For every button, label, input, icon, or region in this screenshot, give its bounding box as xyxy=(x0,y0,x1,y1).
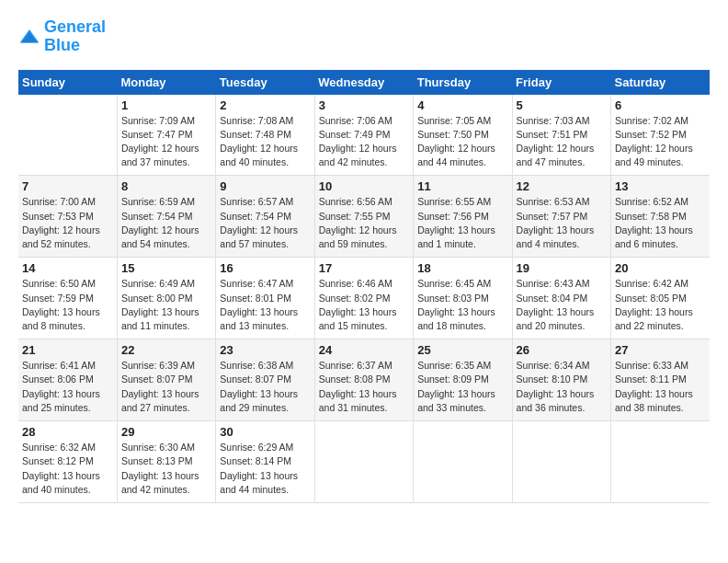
calendar-cell: 19Sunrise: 6:43 AM Sunset: 8:04 PM Dayli… xyxy=(512,258,610,339)
day-number: 23 xyxy=(220,343,310,357)
calendar-cell: 6Sunrise: 7:02 AM Sunset: 7:52 PM Daylig… xyxy=(611,95,710,176)
weekday-header: Thursday xyxy=(414,70,512,95)
day-number: 24 xyxy=(319,343,409,357)
day-info: Sunrise: 7:08 AM Sunset: 7:48 PM Dayligh… xyxy=(220,114,310,170)
day-info: Sunrise: 6:42 AM Sunset: 8:05 PM Dayligh… xyxy=(615,277,706,333)
day-number: 30 xyxy=(220,425,310,439)
day-number: 22 xyxy=(121,343,211,357)
calendar-cell: 22Sunrise: 6:39 AM Sunset: 8:07 PM Dayli… xyxy=(117,339,215,421)
day-number: 13 xyxy=(615,179,706,193)
day-number: 10 xyxy=(319,179,409,193)
day-info: Sunrise: 6:56 AM Sunset: 7:55 PM Dayligh… xyxy=(319,195,409,251)
day-info: Sunrise: 6:57 AM Sunset: 7:54 PM Dayligh… xyxy=(220,195,310,251)
weekday-header: Monday xyxy=(117,70,215,95)
day-info: Sunrise: 6:30 AM Sunset: 8:13 PM Dayligh… xyxy=(121,441,211,497)
calendar-table: SundayMondayTuesdayWednesdayThursdayFrid… xyxy=(18,70,710,503)
calendar-header-row: SundayMondayTuesdayWednesdayThursdayFrid… xyxy=(18,70,710,95)
calendar-cell: 21Sunrise: 6:41 AM Sunset: 8:06 PM Dayli… xyxy=(18,339,117,421)
day-number: 7 xyxy=(22,179,113,193)
calendar-cell: 23Sunrise: 6:38 AM Sunset: 8:07 PM Dayli… xyxy=(216,339,314,421)
calendar-cell: 11Sunrise: 6:55 AM Sunset: 7:56 PM Dayli… xyxy=(414,176,512,258)
calendar-cell xyxy=(314,421,413,503)
weekday-header: Wednesday xyxy=(314,70,413,95)
calendar-cell: 26Sunrise: 6:34 AM Sunset: 8:10 PM Dayli… xyxy=(512,339,610,421)
day-number: 21 xyxy=(22,343,113,357)
day-number: 12 xyxy=(517,179,607,193)
day-number: 28 xyxy=(22,425,113,439)
day-info: Sunrise: 6:45 AM Sunset: 8:03 PM Dayligh… xyxy=(417,277,507,333)
day-number: 29 xyxy=(121,425,211,439)
weekday-header: Saturday xyxy=(611,70,710,95)
day-info: Sunrise: 6:47 AM Sunset: 8:01 PM Dayligh… xyxy=(220,277,310,333)
day-info: Sunrise: 6:38 AM Sunset: 8:07 PM Dayligh… xyxy=(220,359,310,415)
day-info: Sunrise: 7:00 AM Sunset: 7:53 PM Dayligh… xyxy=(22,195,113,251)
calendar-cell: 8Sunrise: 6:59 AM Sunset: 7:54 PM Daylig… xyxy=(117,176,215,258)
day-info: Sunrise: 7:09 AM Sunset: 7:47 PM Dayligh… xyxy=(121,114,211,170)
day-number: 18 xyxy=(417,261,507,275)
calendar-cell: 18Sunrise: 6:45 AM Sunset: 8:03 PM Dayli… xyxy=(414,258,512,339)
calendar-cell: 15Sunrise: 6:49 AM Sunset: 8:00 PM Dayli… xyxy=(117,258,215,339)
day-info: Sunrise: 6:37 AM Sunset: 8:08 PM Dayligh… xyxy=(319,359,409,415)
day-info: Sunrise: 6:33 AM Sunset: 8:11 PM Dayligh… xyxy=(615,359,706,415)
day-info: Sunrise: 6:39 AM Sunset: 8:07 PM Dayligh… xyxy=(121,359,211,415)
weekday-header: Friday xyxy=(512,70,610,95)
day-number: 8 xyxy=(121,179,211,193)
day-number: 16 xyxy=(220,261,310,275)
calendar-cell: 4Sunrise: 7:05 AM Sunset: 7:50 PM Daylig… xyxy=(414,95,512,176)
day-info: Sunrise: 6:41 AM Sunset: 8:06 PM Dayligh… xyxy=(22,359,113,415)
calendar-cell: 12Sunrise: 6:53 AM Sunset: 7:57 PM Dayli… xyxy=(512,176,610,258)
day-number: 11 xyxy=(417,179,507,193)
day-number: 5 xyxy=(517,98,607,112)
logo-text: GeneralBlue xyxy=(44,18,106,55)
day-number: 19 xyxy=(517,261,607,275)
day-info: Sunrise: 6:43 AM Sunset: 8:04 PM Dayligh… xyxy=(517,277,607,333)
day-info: Sunrise: 6:46 AM Sunset: 8:02 PM Dayligh… xyxy=(319,277,409,333)
calendar-cell: 16Sunrise: 6:47 AM Sunset: 8:01 PM Dayli… xyxy=(216,258,314,339)
day-number: 4 xyxy=(417,98,507,112)
day-number: 27 xyxy=(615,343,706,357)
day-info: Sunrise: 6:53 AM Sunset: 7:57 PM Dayligh… xyxy=(517,195,607,251)
day-info: Sunrise: 6:29 AM Sunset: 8:14 PM Dayligh… xyxy=(220,441,310,497)
calendar-week-row: 7Sunrise: 7:00 AM Sunset: 7:53 PM Daylig… xyxy=(18,176,710,258)
day-number: 3 xyxy=(319,98,409,112)
page-header: GeneralBlue xyxy=(18,18,710,55)
day-number: 1 xyxy=(121,98,211,112)
day-info: Sunrise: 6:59 AM Sunset: 7:54 PM Dayligh… xyxy=(121,195,211,251)
calendar-week-row: 1Sunrise: 7:09 AM Sunset: 7:47 PM Daylig… xyxy=(18,95,710,176)
day-number: 15 xyxy=(121,261,211,275)
weekday-header: Sunday xyxy=(18,70,117,95)
calendar-cell: 5Sunrise: 7:03 AM Sunset: 7:51 PM Daylig… xyxy=(512,95,610,176)
day-number: 6 xyxy=(615,98,706,112)
day-info: Sunrise: 7:06 AM Sunset: 7:49 PM Dayligh… xyxy=(319,114,409,170)
day-number: 20 xyxy=(615,261,706,275)
day-info: Sunrise: 6:35 AM Sunset: 8:09 PM Dayligh… xyxy=(417,359,507,415)
calendar-cell: 7Sunrise: 7:00 AM Sunset: 7:53 PM Daylig… xyxy=(18,176,117,258)
day-number: 2 xyxy=(220,98,310,112)
calendar-cell: 24Sunrise: 6:37 AM Sunset: 8:08 PM Dayli… xyxy=(314,339,413,421)
logo-icon xyxy=(18,28,40,46)
calendar-cell: 27Sunrise: 6:33 AM Sunset: 8:11 PM Dayli… xyxy=(611,339,710,421)
calendar-week-row: 21Sunrise: 6:41 AM Sunset: 8:06 PM Dayli… xyxy=(18,339,710,421)
day-number: 9 xyxy=(220,179,310,193)
day-info: Sunrise: 7:02 AM Sunset: 7:52 PM Dayligh… xyxy=(615,114,706,170)
day-number: 26 xyxy=(517,343,607,357)
calendar-cell xyxy=(512,421,610,503)
calendar-cell: 29Sunrise: 6:30 AM Sunset: 8:13 PM Dayli… xyxy=(117,421,215,503)
day-info: Sunrise: 6:50 AM Sunset: 7:59 PM Dayligh… xyxy=(22,277,113,333)
calendar-cell: 9Sunrise: 6:57 AM Sunset: 7:54 PM Daylig… xyxy=(216,176,314,258)
calendar-cell: 1Sunrise: 7:09 AM Sunset: 7:47 PM Daylig… xyxy=(117,95,215,176)
calendar-cell xyxy=(18,95,117,176)
calendar-cell xyxy=(414,421,512,503)
day-number: 25 xyxy=(417,343,507,357)
calendar-cell: 25Sunrise: 6:35 AM Sunset: 8:09 PM Dayli… xyxy=(414,339,512,421)
calendar-week-row: 14Sunrise: 6:50 AM Sunset: 7:59 PM Dayli… xyxy=(18,258,710,339)
calendar-week-row: 28Sunrise: 6:32 AM Sunset: 8:12 PM Dayli… xyxy=(18,421,710,503)
calendar-cell: 13Sunrise: 6:52 AM Sunset: 7:58 PM Dayli… xyxy=(611,176,710,258)
calendar-cell: 2Sunrise: 7:08 AM Sunset: 7:48 PM Daylig… xyxy=(216,95,314,176)
day-number: 17 xyxy=(319,261,409,275)
calendar-cell: 10Sunrise: 6:56 AM Sunset: 7:55 PM Dayli… xyxy=(314,176,413,258)
calendar-cell xyxy=(611,421,710,503)
calendar-cell: 14Sunrise: 6:50 AM Sunset: 7:59 PM Dayli… xyxy=(18,258,117,339)
day-info: Sunrise: 6:34 AM Sunset: 8:10 PM Dayligh… xyxy=(517,359,607,415)
calendar-cell: 28Sunrise: 6:32 AM Sunset: 8:12 PM Dayli… xyxy=(18,421,117,503)
